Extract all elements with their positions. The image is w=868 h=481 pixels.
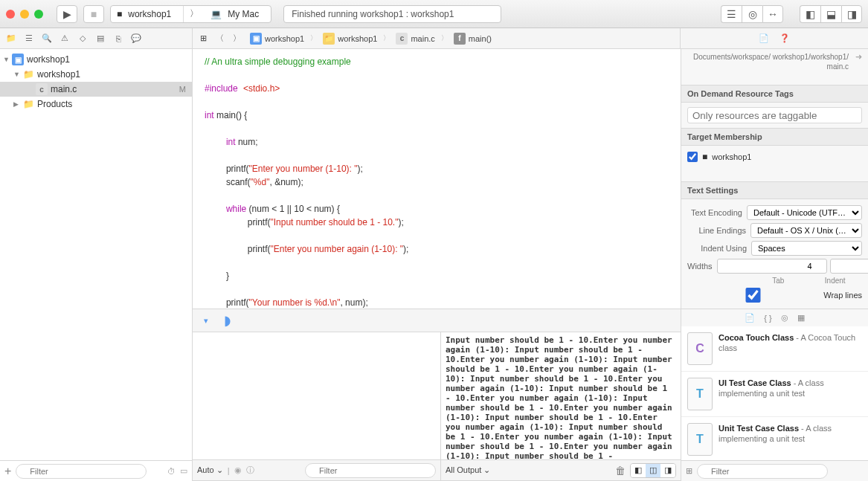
library-item-icon: C xyxy=(687,332,713,365)
project-navigator-icon[interactable]: 📁 xyxy=(4,33,18,43)
text-encoding-label: Text Encoding xyxy=(687,208,742,217)
scm-status-badge: M xyxy=(179,85,186,94)
symbol-navigator-icon[interactable]: ☰ xyxy=(22,33,36,43)
file-inspector-tab-icon[interactable]: 📄 xyxy=(759,33,769,43)
toggle-debug-button[interactable]: ⬓ xyxy=(820,5,841,23)
scheme-selector[interactable]: ■ workshop1 〉 💻 My Mac xyxy=(110,5,271,23)
choose-path-icon[interactable]: ➜ xyxy=(855,52,862,62)
tab-width-input[interactable] xyxy=(717,259,827,274)
inspector-panel: Documents/workspace/ workshop1/workshop1… xyxy=(681,49,868,481)
media-library-tab-icon[interactable]: ▦ xyxy=(797,313,805,323)
print-icon[interactable]: ⓘ xyxy=(246,465,254,476)
version-editor-button[interactable]: ↔ xyxy=(762,5,783,23)
panel-toggle-group: ◧ ⬓ ◨ xyxy=(800,5,862,23)
target-checkbox[interactable] xyxy=(687,152,698,162)
library-item-text: Cocoa Touch Class - A Cocoa Touch class xyxy=(718,332,862,365)
report-navigator-icon[interactable]: 💬 xyxy=(129,33,143,43)
indent-using-label: Indent Using xyxy=(687,244,747,253)
console-output-mode[interactable]: All Output ⌄ xyxy=(446,465,490,475)
navigator-footer: + ⏱ ▭ xyxy=(0,460,192,481)
scheme-device: 💻 My Mac xyxy=(205,6,271,22)
breakpoint-navigator-icon[interactable]: ⎘ xyxy=(112,34,125,43)
stop-button[interactable]: ■ xyxy=(83,5,104,23)
quicklook-icon[interactable]: ◉ xyxy=(234,465,242,475)
library-item[interactable]: T Unit Test Case Class - A class impleme… xyxy=(681,417,868,460)
line-endings-label: Line Endings xyxy=(687,226,746,235)
sub-toolbar: 📁 ☰ 🔍 ⚠ ◇ ▤ ⎘ 💬 ⊞ 〈 〉 ▣workshop1 〉 📁work… xyxy=(0,28,868,49)
activity-status: Finished running workshop1 : workshop1 xyxy=(283,5,501,23)
scheme-chevron: 〉 xyxy=(183,6,205,22)
variables-view: Auto ⌄ | ◉ ⓘ xyxy=(193,332,441,480)
navigator-tabs: 📁 ☰ 🔍 ⚠ ◇ ▤ ⎘ 💬 xyxy=(0,28,193,48)
indent-using-select[interactable]: Spaces xyxy=(751,241,862,256)
project-tree: ▼▣workshop1 ▼📁workshop1 cmain.c M ▶📁Prod… xyxy=(0,49,192,460)
file-path-text: Documents/workspace/ workshop1/workshop1… xyxy=(687,52,862,71)
standard-editor-button[interactable]: ☰ xyxy=(721,5,742,23)
toggle-inspector-button[interactable]: ◨ xyxy=(841,5,862,23)
close-window-button[interactable] xyxy=(6,10,15,19)
text-encoding-select[interactable]: Default - Unicode (UTF… xyxy=(747,205,862,220)
tree-group-node[interactable]: ▼📁workshop1 xyxy=(0,67,192,82)
line-endings-select[interactable]: Default - OS X / Unix (… xyxy=(750,223,862,238)
code-snippet-tab-icon[interactable]: { } xyxy=(764,314,771,323)
wrap-lines-checkbox[interactable] xyxy=(687,288,819,303)
add-button[interactable]: + xyxy=(4,465,11,478)
show-vars-only-icon[interactable]: ◧ xyxy=(631,464,646,477)
window-controls xyxy=(6,10,43,19)
issue-navigator-icon[interactable]: ⚠ xyxy=(58,33,71,43)
indent-width-input[interactable] xyxy=(830,259,868,274)
clear-console-icon[interactable]: 🗑 xyxy=(615,465,626,477)
widths-label: Widths xyxy=(687,262,713,271)
crumb-symbol[interactable]: fmain() xyxy=(451,31,495,46)
library-item[interactable]: C Cocoa Touch Class - A Cocoa Touch clas… xyxy=(681,326,868,372)
show-both-icon[interactable]: ◫ xyxy=(646,464,660,477)
back-button[interactable]: 〈 xyxy=(213,31,227,45)
library-item-icon: T xyxy=(687,423,713,456)
run-button[interactable]: ▶ xyxy=(57,5,77,23)
related-items-button[interactable]: ⊞ xyxy=(197,32,210,45)
console-output[interactable]: Input number should be 1 - 10.Enter you … xyxy=(441,332,681,459)
show-console-only-icon[interactable]: ◨ xyxy=(660,464,675,477)
minimize-window-button[interactable] xyxy=(20,10,29,19)
library-item-text: Unit Test Case Class - A class implement… xyxy=(718,423,862,456)
library-tabs: 📄 { } ◎ ▦ xyxy=(681,309,868,326)
tree-project-node[interactable]: ▼▣workshop1 xyxy=(0,52,192,67)
editor-area: // An ultra simple debugging example #in… xyxy=(193,49,681,481)
library-item[interactable]: T UI Test Case Class - A class implement… xyxy=(681,372,868,417)
inspector-footer: ⊞ xyxy=(681,460,868,481)
breakpoints-toggle-icon[interactable]: ◗ xyxy=(219,313,234,328)
hide-debug-icon[interactable]: ▾ xyxy=(199,313,213,328)
tree-products-node[interactable]: ▶📁Products xyxy=(0,97,192,112)
object-library-tab-icon[interactable]: ◎ xyxy=(781,313,788,323)
crumb-file[interactable]: cmain.c xyxy=(393,31,437,46)
find-navigator-icon[interactable]: 🔍 xyxy=(40,33,54,43)
variables-scope-select[interactable]: Auto ⌄ xyxy=(197,465,223,475)
editor-mode-group: ☰ ◎ ↔ xyxy=(721,5,783,23)
debug-area: Auto ⌄ | ◉ ⓘ Input number should be 1 - … xyxy=(193,332,681,481)
file-template-tab-icon[interactable]: 📄 xyxy=(745,313,755,323)
crumb-project[interactable]: ▣workshop1 xyxy=(247,31,307,46)
ondemand-tags-input xyxy=(687,107,862,123)
recent-filter-icon[interactable]: ⏱ xyxy=(167,467,176,476)
debug-toolbar: ▾ ◗ xyxy=(193,309,681,332)
library-view-mode-icon[interactable]: ⊞ xyxy=(686,466,692,476)
target-membership-head: Target Membership xyxy=(681,128,868,146)
crumb-group[interactable]: 📁workshop1 xyxy=(320,31,380,46)
assistant-editor-button[interactable]: ◎ xyxy=(742,5,762,23)
tree-file-node[interactable]: cmain.c M xyxy=(0,82,192,97)
scm-filter-icon[interactable]: ▭ xyxy=(180,466,187,476)
library-item-text: UI Test Case Class - A class implementin… xyxy=(718,378,862,410)
zoom-window-button[interactable] xyxy=(34,10,43,19)
debug-navigator-icon[interactable]: ▤ xyxy=(94,33,107,43)
navigator-filter-input[interactable] xyxy=(16,464,147,479)
ondemand-section-head: On Demand Resource Tags xyxy=(681,85,868,103)
toggle-navigator-button[interactable]: ◧ xyxy=(800,5,820,23)
source-editor[interactable]: // An ultra simple debugging example #in… xyxy=(193,49,681,309)
test-navigator-icon[interactable]: ◇ xyxy=(76,33,89,43)
library-filter-input[interactable] xyxy=(697,464,828,479)
variables-filter-input[interactable] xyxy=(305,463,436,478)
title-bar: ▶ ■ ■ workshop1 〉 💻 My Mac Finished runn… xyxy=(0,0,868,28)
quick-help-tab-icon[interactable]: ❓ xyxy=(779,33,790,43)
wrap-lines-label: Wrap lines xyxy=(823,291,862,300)
forward-button[interactable]: 〉 xyxy=(230,31,244,45)
